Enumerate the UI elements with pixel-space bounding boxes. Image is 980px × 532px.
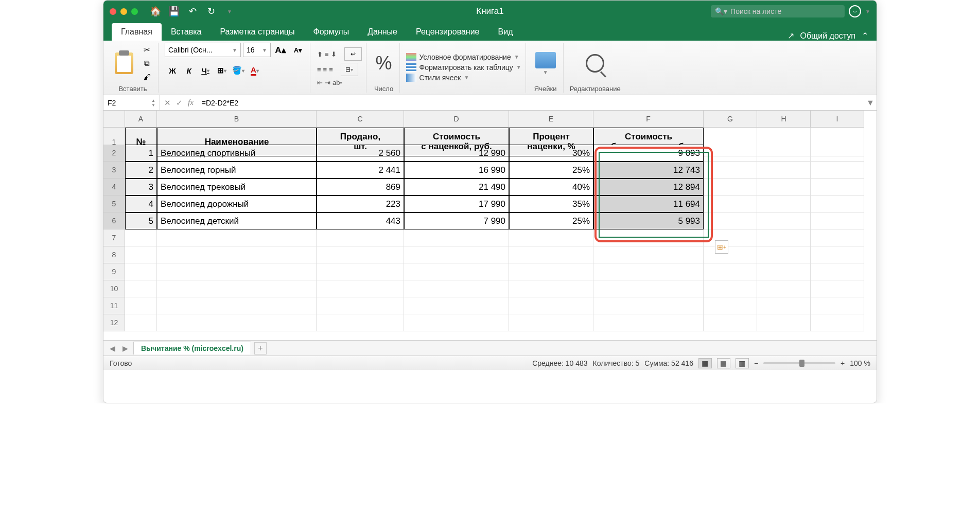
redo-icon[interactable]: ↻ [204, 4, 218, 19]
search-input[interactable]: 🔍▾ Поиск на листе [711, 5, 845, 17]
cell-F6[interactable]: 5 993 [593, 212, 704, 229]
empty-cell[interactable] [157, 229, 317, 246]
conditional-formatting-button[interactable]: Условное форматирование ▼ [406, 53, 521, 61]
col-header-A[interactable]: A [125, 111, 157, 128]
col-header-I[interactable]: I [811, 111, 864, 128]
empty-cell[interactable] [509, 280, 593, 297]
merge-cells-icon[interactable]: ⊟▾ [341, 63, 358, 76]
sheet-prev-icon[interactable]: ◀ [108, 344, 117, 352]
empty-cell[interactable] [157, 297, 317, 314]
cell-C3[interactable]: 2 441 [317, 162, 404, 179]
cell-E2[interactable]: 30% [509, 145, 593, 162]
close-window[interactable] [110, 8, 116, 15]
empty-cell[interactable] [317, 263, 404, 280]
sheet-tab-active[interactable]: Вычитание % (microexcel.ru) [133, 342, 251, 354]
cell-A3[interactable]: 2 [125, 162, 157, 179]
empty-cell[interactable] [757, 179, 811, 196]
row-header-5[interactable]: 5 [103, 196, 125, 212]
row-header-8[interactable]: 8 [103, 246, 125, 263]
tab-formulas[interactable]: Формулы [304, 23, 359, 41]
empty-cell[interactable] [811, 145, 864, 162]
empty-cell[interactable] [704, 196, 757, 212]
cell-D4[interactable]: 21 490 [404, 179, 509, 196]
tab-insert[interactable]: Вставка [162, 23, 211, 41]
font-name-select[interactable]: Calibri (Осн...▼ [165, 43, 241, 57]
wrap-text-icon[interactable]: ↩ [344, 47, 362, 61]
spreadsheet-grid[interactable]: ABCDEFGHI1№НаименованиеПродано,шт.Стоимо… [103, 111, 877, 340]
bold-button[interactable]: Ж [165, 63, 180, 78]
col-header-C[interactable]: C [317, 111, 404, 128]
cell-F5[interactable]: 11 694 [593, 196, 704, 212]
empty-cell[interactable] [593, 263, 704, 280]
empty-cell[interactable] [704, 263, 757, 280]
cell-F4[interactable]: 12 894 [593, 179, 704, 196]
row-header-3[interactable]: 3 [103, 162, 125, 179]
empty-cell[interactable] [704, 280, 757, 297]
empty-cell[interactable] [509, 246, 593, 263]
cell-A5[interactable]: 4 [125, 196, 157, 212]
autofill-options-icon[interactable]: ⊞+ [715, 240, 728, 254]
empty-cell[interactable] [757, 280, 811, 297]
row-header-9[interactable]: 9 [103, 263, 125, 280]
empty-cell[interactable] [757, 263, 811, 280]
borders-button[interactable]: ⊞▾ [214, 63, 230, 78]
align-top-icon[interactable]: ⬆ [317, 47, 323, 61]
empty-cell[interactable] [125, 246, 157, 263]
row-header-10[interactable]: 10 [103, 280, 125, 297]
select-all-corner[interactable] [103, 111, 125, 128]
cell-F3[interactable]: 12 743 [593, 162, 704, 179]
empty-cell[interactable] [811, 179, 864, 196]
orientation-icon[interactable]: ab▾ [332, 78, 343, 87]
cell-B3[interactable]: Велосипед горный [157, 162, 317, 179]
fill-color-button[interactable]: 🪣▾ [231, 63, 246, 78]
empty-cell[interactable] [757, 297, 811, 314]
cell-F2[interactable]: 9 093 [593, 145, 704, 162]
zoom-slider[interactable] [763, 362, 835, 364]
shrink-font-icon[interactable]: A▾ [290, 43, 306, 57]
empty-cell[interactable] [317, 314, 404, 331]
empty-cell[interactable] [404, 229, 509, 246]
empty-cell[interactable] [157, 280, 317, 297]
empty-cell[interactable] [157, 246, 317, 263]
empty-cell[interactable] [509, 229, 593, 246]
indent-right-icon[interactable]: ⇥ [324, 78, 331, 87]
empty-cell[interactable] [811, 229, 864, 246]
fx-icon[interactable]: fx [188, 98, 194, 107]
row-header-4[interactable]: 4 [103, 179, 125, 196]
empty-cell[interactable] [593, 280, 704, 297]
empty-cell[interactable] [509, 297, 593, 314]
empty-cell[interactable] [317, 229, 404, 246]
empty-cell[interactable] [811, 162, 864, 179]
empty-cell[interactable] [157, 263, 317, 280]
font-size-select[interactable]: 16▼ [243, 43, 271, 57]
cell-B2[interactable]: Велосипед спортивный [157, 145, 317, 162]
cell-A6[interactable]: 5 [125, 212, 157, 229]
underline-button[interactable]: Ч▾ [198, 63, 213, 78]
align-middle-icon[interactable]: ≡ [324, 47, 329, 61]
cell-D3[interactable]: 16 990 [404, 162, 509, 179]
empty-cell[interactable] [509, 263, 593, 280]
number-format-button[interactable]: % [373, 50, 395, 76]
cut-icon[interactable]: ✂ [139, 44, 154, 56]
cell-E5[interactable]: 35% [509, 196, 593, 212]
empty-cell[interactable] [404, 263, 509, 280]
empty-cell[interactable] [125, 229, 157, 246]
maximize-window[interactable] [131, 8, 138, 15]
row-header-7[interactable]: 7 [103, 229, 125, 246]
tab-page-layout[interactable]: Разметка страницы [211, 23, 304, 41]
empty-cell[interactable] [811, 314, 864, 331]
cell-C2[interactable]: 2 560 [317, 145, 404, 162]
col-header-H[interactable]: H [757, 111, 811, 128]
empty-cell[interactable] [317, 280, 404, 297]
view-page-break-icon[interactable]: ▥ [736, 358, 749, 368]
empty-cell[interactable] [811, 297, 864, 314]
empty-cell[interactable] [157, 314, 317, 331]
row-header-12[interactable]: 12 [103, 314, 125, 331]
zoom-out-icon[interactable]: − [754, 359, 758, 367]
empty-cell[interactable] [125, 263, 157, 280]
empty-cell[interactable] [757, 314, 811, 331]
empty-cell[interactable] [404, 280, 509, 297]
view-normal-icon[interactable]: ▦ [698, 358, 712, 368]
empty-cell[interactable] [704, 297, 757, 314]
cell-B6[interactable]: Велосипед детский [157, 212, 317, 229]
